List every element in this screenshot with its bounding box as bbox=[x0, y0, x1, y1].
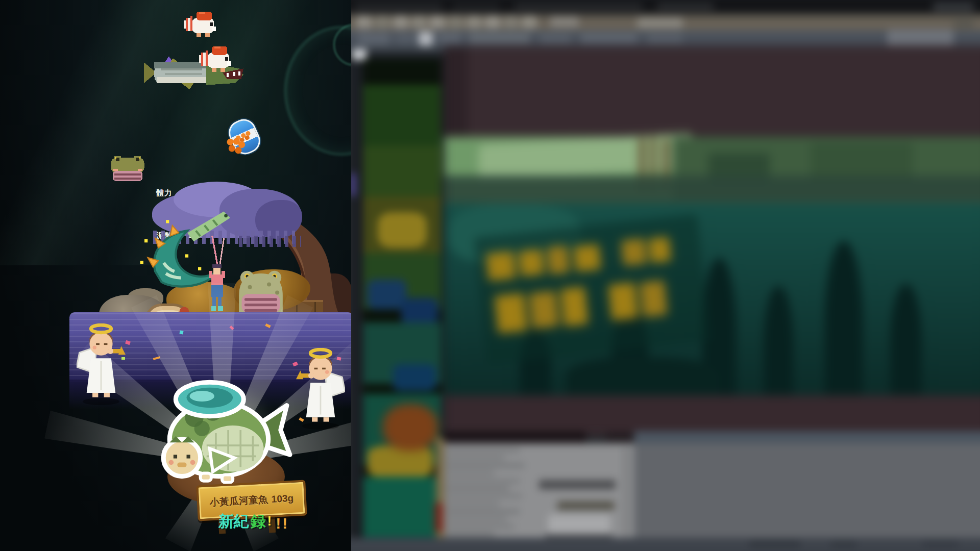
willow-drips bbox=[239, 236, 301, 247]
fish-weight-text: 103g bbox=[271, 493, 293, 505]
palette-strip bbox=[436, 438, 444, 551]
angel-left-sprite bbox=[77, 323, 126, 399]
list-row[interactable] bbox=[443, 487, 509, 490]
confetti bbox=[179, 330, 183, 334]
record-segment: 録 bbox=[251, 511, 266, 532]
record-segment: 新紀 bbox=[218, 511, 249, 532]
list-row[interactable] bbox=[443, 471, 494, 475]
goldfish-rider-sprite bbox=[199, 44, 238, 74]
angel-shadow bbox=[302, 422, 339, 430]
right-panel bbox=[634, 443, 980, 538]
dialog-field[interactable] bbox=[548, 515, 610, 534]
screen: 體力 : 35 / 100 泥幣 : 202730 bbox=[0, 0, 980, 551]
canvas-sky-band bbox=[444, 46, 468, 137]
frog-face-icon bbox=[109, 156, 146, 183]
statusbar-blob bbox=[831, 542, 856, 547]
kappa-fish-sprite bbox=[151, 378, 293, 489]
fisherman-sprite bbox=[205, 236, 229, 311]
editor-window bbox=[351, 0, 980, 551]
game-scene[interactable]: 體力 : 35 / 100 泥幣 : 202730 bbox=[0, 0, 352, 551]
list-row[interactable] bbox=[443, 494, 522, 498]
mountain-shadow bbox=[444, 176, 980, 204]
list-row[interactable] bbox=[443, 464, 525, 467]
list-row[interactable] bbox=[443, 517, 507, 521]
right-panel-band bbox=[634, 431, 980, 444]
statusbar-blob bbox=[749, 541, 800, 547]
statusbar-blob bbox=[923, 541, 959, 547]
dialog-text-blob bbox=[539, 480, 616, 489]
status-bar bbox=[351, 538, 980, 551]
list-row[interactable] bbox=[443, 479, 520, 483]
list-row[interactable] bbox=[443, 533, 494, 536]
angel-right-sprite bbox=[296, 348, 345, 423]
list-row[interactable] bbox=[443, 525, 514, 529]
palette-red-blob bbox=[435, 503, 443, 532]
record-segment: ! bbox=[267, 514, 272, 529]
list-row[interactable] bbox=[443, 456, 504, 460]
tree-silhouette bbox=[825, 241, 863, 404]
record-segment: !! bbox=[276, 515, 289, 532]
new-record-text: 新紀 録 ! !! bbox=[200, 511, 307, 532]
fish-roe-item bbox=[225, 136, 247, 156]
canvas-sky-band bbox=[444, 46, 980, 137]
dialog-titlebar bbox=[441, 431, 586, 443]
canvas-lower-band bbox=[444, 395, 980, 435]
tree-silhouette bbox=[764, 286, 793, 404]
fish-name-text: 小黃瓜河童魚 bbox=[209, 493, 268, 509]
list-row[interactable] bbox=[443, 510, 520, 513]
blurred-sign bbox=[474, 214, 710, 365]
tree-silhouette bbox=[890, 284, 922, 404]
dialog-scrollbar[interactable] bbox=[624, 446, 629, 546]
dialog-text-blob bbox=[557, 502, 615, 510]
goldfish-sprite bbox=[184, 9, 223, 40]
dialog-panel bbox=[439, 443, 634, 549]
list-row[interactable] bbox=[443, 502, 499, 506]
orange-blob bbox=[383, 404, 438, 451]
list-row[interactable] bbox=[443, 448, 520, 452]
angel-shadow bbox=[83, 398, 119, 405]
